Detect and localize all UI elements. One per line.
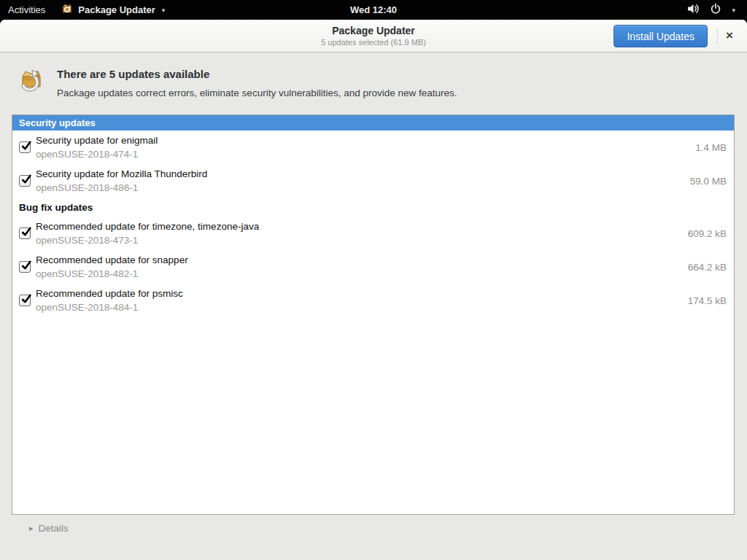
close-button[interactable]: × xyxy=(721,27,738,44)
update-row-psmisc[interactable]: Recommended update for psmisc openSUSE-2… xyxy=(12,284,734,317)
update-row-timezone[interactable]: Recommended update for timezone, timezon… xyxy=(12,217,734,250)
section-label: Security updates xyxy=(19,117,96,128)
section-header-security[interactable]: Security updates xyxy=(12,115,734,131)
update-title: Security update for Mozilla Thunderbird xyxy=(36,167,207,181)
package-updater-icon xyxy=(61,3,73,17)
update-size: 59.0 MB xyxy=(690,176,727,187)
update-id: openSUSE-2018-486-1 xyxy=(36,181,207,195)
update-id: openSUSE-2018-474-1 xyxy=(36,147,158,161)
details-label: Details xyxy=(39,523,69,534)
package-updater-app-icon xyxy=(18,67,45,95)
checkbox-checked[interactable] xyxy=(19,175,31,187)
expander-arrow-icon: ▸ xyxy=(29,524,34,533)
update-title: Recommended update for psmisc xyxy=(36,287,183,300)
checkbox-checked[interactable] xyxy=(19,228,31,239)
update-size: 664.2 kB xyxy=(688,262,727,273)
update-row-thunderbird[interactable]: Security update for Mozilla Thunderbird … xyxy=(12,164,734,198)
update-row-enigmail[interactable]: Security update for enigmail openSUSE-20… xyxy=(12,131,734,164)
update-title: Recommended update for snapper xyxy=(36,253,188,267)
power-icon xyxy=(710,3,721,17)
system-status-menu[interactable]: ▾ xyxy=(683,0,740,20)
header-bar: Package Updater 5 updates selected (61.9… xyxy=(0,20,747,52)
update-id: openSUSE-2018-484-1 xyxy=(36,300,183,314)
activities-button[interactable]: Activities xyxy=(0,0,53,20)
checkbox-checked[interactable] xyxy=(19,141,31,153)
summary-title: There are 5 updates available xyxy=(57,68,457,80)
update-id: openSUSE-2018-482-1 xyxy=(36,267,188,281)
details-expander[interactable]: ▸ Details xyxy=(29,523,69,534)
package-updater-window: Package Updater 5 updates selected (61.9… xyxy=(0,20,747,560)
volume-icon xyxy=(687,3,701,17)
update-id: openSUSE-2018-473-1 xyxy=(36,233,259,247)
checkbox-checked[interactable] xyxy=(19,295,31,306)
app-menu-button[interactable]: Package Updater ▾ xyxy=(53,0,173,20)
close-icon: × xyxy=(726,28,733,42)
updates-summary: There are 5 updates available Package up… xyxy=(18,66,457,98)
install-updates-button[interactable]: Install Updates xyxy=(614,25,708,47)
update-row-snapper[interactable]: Recommended update for snapper openSUSE-… xyxy=(12,250,734,284)
app-menu-label: Package Updater xyxy=(78,4,155,15)
section-label: Bug fix updates xyxy=(19,202,93,213)
chevron-down-icon: ▾ xyxy=(732,7,735,14)
update-title: Recommended update for timezone, timezon… xyxy=(36,219,259,233)
chevron-down-icon: ▾ xyxy=(162,7,166,14)
update-size: 174.5 kB xyxy=(688,295,727,306)
top-bar: Activities Package Updater ▾ Wed 12:40 xyxy=(0,0,747,20)
updates-list: Security updates Security update for eni… xyxy=(12,114,735,515)
update-title: Security update for enigmail xyxy=(36,133,158,147)
headerbar-separator xyxy=(717,28,718,44)
activities-label: Activities xyxy=(8,4,45,15)
summary-description: Package updates correct errors, eliminat… xyxy=(57,88,457,98)
update-size: 609.2 kB xyxy=(688,228,727,239)
section-header-bugfix[interactable]: Bug fix updates xyxy=(12,198,734,217)
checkbox-checked[interactable] xyxy=(19,261,31,273)
update-size: 1.4 MB xyxy=(695,142,727,153)
